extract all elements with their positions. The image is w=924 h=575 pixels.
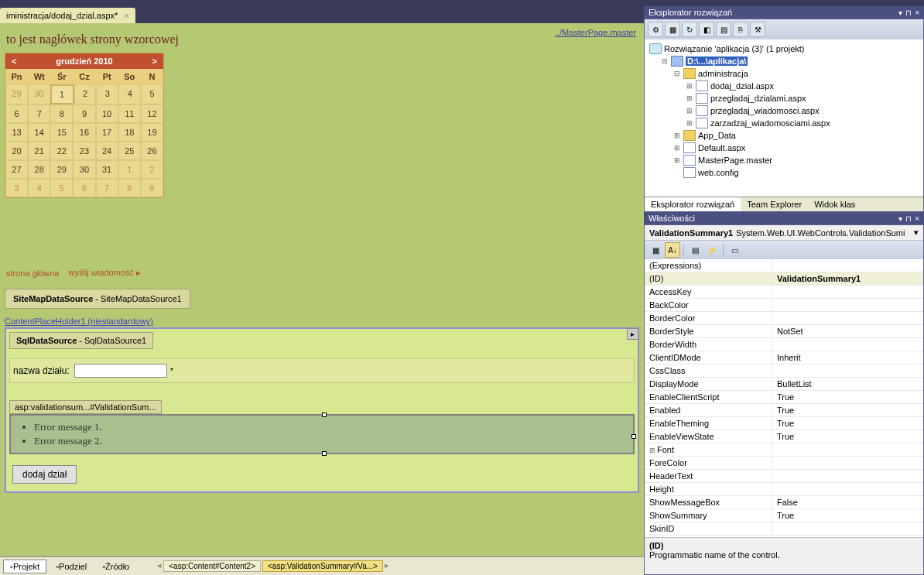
property-row[interactable]: AccessKey: [645, 286, 923, 299]
content-placeholder[interactable]: ▸ SqlDataSource - SqlDataSource1 nazwa d…: [5, 327, 639, 493]
cal-day[interactable]: 5: [50, 179, 73, 197]
cal-day[interactable]: 18: [118, 123, 141, 142]
cal-day[interactable]: 26: [141, 142, 163, 160]
solution-node[interactable]: Rozwiązanie 'aplikacja (3)' (1 projekt): [648, 43, 920, 55]
link-home[interactable]: strona główna: [6, 269, 60, 278]
file-node[interactable]: ⊞MasterPage.master: [648, 154, 920, 166]
tb-showall-icon[interactable]: ▦: [665, 22, 680, 37]
file-node[interactable]: web.config: [648, 166, 920, 179]
dropdown-icon[interactable]: ▾: [898, 9, 902, 17]
tb-proppages-icon[interactable]: ▭: [727, 242, 742, 258]
property-row[interactable]: ClientIDModeInherit: [645, 351, 923, 365]
cal-day[interactable]: 1: [50, 84, 74, 104]
resize-handle[interactable]: [631, 434, 636, 439]
cal-day[interactable]: 29: [5, 84, 28, 104]
cal-day[interactable]: 2: [74, 84, 97, 104]
tb-properties-icon[interactable]: ⚙: [648, 22, 663, 37]
tab-design[interactable]: ▫ Projekt: [3, 560, 46, 573]
active-tab[interactable]: iministracja/dodaj_dzial.aspx* ×: [0, 8, 135, 23]
bc-content[interactable]: <asp:Content#Content2>: [163, 560, 261, 572]
dropdown-icon[interactable]: ▾: [914, 228, 919, 238]
cal-day[interactable]: 29: [50, 160, 73, 179]
props-object-selector[interactable]: ValidationSummary1 System.Web.UI.WebCont…: [645, 225, 923, 241]
cal-day[interactable]: 6: [5, 104, 28, 123]
property-row[interactable]: ⊞Font: [645, 443, 923, 457]
cal-day[interactable]: 8: [118, 179, 141, 197]
property-row[interactable]: EnableClientScriptTrue: [645, 391, 923, 404]
property-row[interactable]: Height: [645, 483, 923, 496]
cph-label[interactable]: ContentPlaceHolder1 (niestandardowy): [5, 317, 639, 326]
cal-day[interactable]: 1: [118, 160, 141, 179]
tb-alphabetical-icon[interactable]: A↓: [665, 242, 680, 258]
cal-day[interactable]: 2: [141, 160, 163, 179]
calendar-control[interactable]: < grudzień 2010 > PnWtŚrCzPtSoN 29301234…: [5, 53, 164, 198]
validation-summary[interactable]: Error message 1.Error message 2.: [9, 414, 635, 454]
master-page-link[interactable]: ../MasterPage.master: [555, 28, 636, 37]
cal-day[interactable]: 13: [5, 123, 28, 142]
cal-day[interactable]: 16: [73, 123, 95, 142]
cal-day[interactable]: 9: [73, 104, 95, 123]
property-row[interactable]: ShowSummaryTrue: [645, 509, 923, 522]
cal-day[interactable]: 12: [141, 104, 163, 123]
pin-icon[interactable]: ⊓: [905, 9, 912, 17]
close-icon[interactable]: ×: [915, 9, 919, 17]
file-node[interactable]: ⊞przegladaj_wiadomosci.aspx: [648, 104, 920, 117]
property-row[interactable]: (Expressions): [645, 259, 923, 272]
cal-day[interactable]: 28: [28, 160, 50, 179]
bc-validationsummary[interactable]: <asp:ValidationSummary#Va...>: [262, 560, 383, 572]
tb-nest-icon[interactable]: ◧: [699, 22, 714, 37]
cal-day[interactable]: 8: [50, 104, 73, 123]
property-row[interactable]: BorderStyleNotSet: [645, 325, 923, 338]
cal-day[interactable]: 21: [28, 142, 50, 160]
pin-icon[interactable]: ⊓: [905, 214, 912, 223]
property-row[interactable]: EnableThemingTrue: [645, 417, 923, 430]
property-row[interactable]: DisplayModeBulletList: [645, 378, 923, 391]
cal-day[interactable]: 9: [141, 179, 163, 197]
file-node[interactable]: ⊞dodaj_dzial.aspx: [648, 80, 920, 92]
solution-tree[interactable]: Rozwiązanie 'aplikacja (3)' (1 projekt) …: [645, 39, 923, 197]
cal-day[interactable]: 3: [96, 84, 118, 104]
cal-day[interactable]: 7: [96, 179, 118, 197]
tb-view-icon[interactable]: ▤: [716, 22, 731, 37]
close-icon[interactable]: ×: [915, 214, 919, 223]
folder-node[interactable]: ⊟administracja: [648, 67, 920, 80]
tab-team-explorer[interactable]: Team Explorer: [741, 197, 808, 211]
resize-handle[interactable]: [322, 412, 327, 417]
cal-day[interactable]: 4: [28, 179, 50, 197]
property-row[interactable]: HeaderText: [645, 470, 923, 483]
property-row[interactable]: EnabledTrue: [645, 404, 923, 417]
file-node[interactable]: ⊞zarzadzaj_wiadomosciami.aspx: [648, 117, 920, 129]
cal-next-icon[interactable]: >: [152, 56, 157, 66]
tb-categorized-icon[interactable]: ▦: [648, 242, 663, 258]
property-row[interactable]: ShowMessageBoxFalse: [645, 496, 923, 509]
cal-prev-icon[interactable]: <: [12, 56, 16, 66]
tb-copy-icon[interactable]: ⎘: [733, 22, 748, 37]
file-node[interactable]: ⊞przegladaj_dzialami.aspx: [648, 92, 920, 104]
cal-day[interactable]: 3: [5, 179, 28, 197]
tb-refresh-icon[interactable]: ↻: [682, 22, 697, 37]
cal-day[interactable]: 5: [141, 84, 163, 104]
property-row[interactable]: CssClass: [645, 365, 923, 378]
dropdown-icon[interactable]: ▾: [898, 214, 902, 223]
properties-grid[interactable]: (Expressions)(ID)ValidationSummary1Acces…: [645, 259, 923, 537]
property-row[interactable]: SkinID: [645, 522, 923, 536]
tab-split[interactable]: ▫ Podziel: [50, 560, 93, 573]
vs-tag[interactable]: asp:validationsum...#ValidationSum...: [9, 400, 162, 414]
dept-name-input[interactable]: [74, 364, 167, 378]
cal-day[interactable]: 31: [96, 160, 118, 179]
property-row[interactable]: EnableViewStateTrue: [645, 430, 923, 443]
cal-day[interactable]: 24: [96, 142, 118, 160]
designer-surface[interactable]: ../MasterPage.master to jest nagłówek st…: [0, 23, 644, 556]
tb-properties-icon[interactable]: ▤: [687, 242, 703, 258]
cal-day[interactable]: 30: [28, 84, 50, 104]
sitemap-datasource[interactable]: SiteMapDataSource - SiteMapDataSource1: [5, 289, 190, 309]
cal-day[interactable]: 23: [73, 142, 95, 160]
cal-day[interactable]: 10: [96, 104, 118, 123]
cal-day[interactable]: 30: [73, 160, 95, 179]
property-row[interactable]: BorderColor: [645, 312, 923, 325]
cal-day[interactable]: 15: [50, 123, 73, 142]
project-node[interactable]: ⊟D:\...\aplikacja\: [648, 55, 920, 67]
cal-day[interactable]: 19: [141, 123, 163, 142]
cal-day[interactable]: 14: [28, 123, 50, 142]
cal-day[interactable]: 27: [5, 160, 28, 179]
